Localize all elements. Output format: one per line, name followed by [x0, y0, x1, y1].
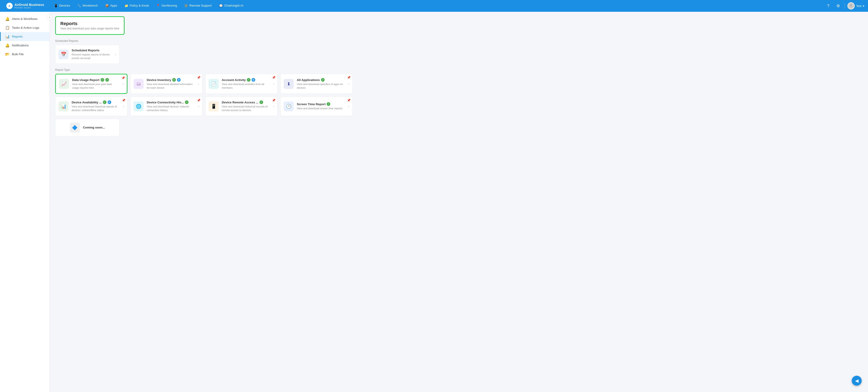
- main-content: Reports View and download your data usag…: [50, 12, 868, 392]
- chat-icon: 💬: [219, 4, 223, 7]
- device-remote-icon: 📱: [209, 101, 219, 111]
- coming-soon-icon: 🔷: [70, 123, 80, 132]
- user-name: Test: [856, 4, 862, 8]
- device-remote-pin-icon[interactable]: 📌: [272, 99, 276, 102]
- device-inventory-arrow: ›: [198, 82, 199, 86]
- account-activity-icon: 📄: [209, 79, 219, 89]
- device-inv-badge-green: ✓: [172, 78, 176, 82]
- page-subtitle: View and download your data usage report…: [60, 27, 119, 30]
- user-menu-button[interactable]: T Test ▾: [847, 2, 864, 9]
- nav-policy[interactable]: 📁 Policy & Kiosk: [121, 0, 153, 12]
- device-inventory-card[interactable]: 📌 🗂 Device Inventory ✓ B View and downlo…: [130, 74, 203, 94]
- screen-time-pin-icon[interactable]: 📌: [347, 99, 350, 102]
- screen-time-desc: View and download screen time reports: [297, 107, 344, 110]
- scheduled-card-title: Scheduled Reports: [72, 49, 111, 52]
- alerts-icon: 🔔: [5, 17, 10, 21]
- device-inventory-desc: View and download detailed information f…: [147, 82, 194, 90]
- account-activity-pin-icon[interactable]: 📌: [272, 76, 276, 79]
- device-avail-arrow: ›: [123, 104, 124, 108]
- tasks-icon: 📋: [5, 26, 10, 30]
- notifications-icon: 🔔: [5, 43, 10, 48]
- data-usage-icon: 📈: [59, 79, 69, 89]
- dev-avail-badge-blue: B: [107, 100, 111, 104]
- sidebar-item-tasks[interactable]: 📋 Tasks & Action Logs: [0, 23, 50, 32]
- account-activity-card[interactable]: 📌 📄 Account Activity ✓ B View and downlo…: [205, 74, 278, 94]
- device-avail-pin-icon[interactable]: 📌: [122, 99, 125, 102]
- devices-icon: 📱: [54, 4, 58, 7]
- device-inventory-icon: 🗂: [133, 79, 144, 89]
- badge-green-2: ✓: [105, 78, 109, 82]
- scheduled-section-label: Scheduled Reports: [55, 39, 863, 42]
- nav-apps[interactable]: 📦 Apps: [101, 0, 121, 12]
- dev-avail-badge-green: ✓: [103, 100, 106, 104]
- scheduled-icon: 📅: [59, 49, 68, 59]
- report-type-row-3: 🔷 Coming soon...: [55, 119, 863, 137]
- all-applications-card[interactable]: 📌 ⬇ All Applications ✓ View and download…: [280, 74, 352, 94]
- nav-divider: [844, 3, 845, 9]
- nav-workbench[interactable]: 🔧 Workbench: [74, 0, 101, 12]
- device-conn-icon: 🌐: [133, 101, 144, 111]
- geofencing-icon: 📍: [156, 4, 160, 7]
- device-remote-desc: View and download historical records of …: [222, 105, 269, 112]
- scheduled-cards-row: 📅 Scheduled Reports Receive regular repo…: [55, 45, 863, 64]
- sidebar-item-alerts[interactable]: 🔔 Alerts & Workflows: [0, 14, 50, 23]
- report-type-row-1: 📌 📈 Data Usage Report ✓ ✓ View and downl…: [55, 74, 863, 94]
- nav-right: ? ⚙ T Test ▾: [825, 2, 864, 9]
- sidebar: « 🔔 Alerts & Workflows 📋 Tasks & Action …: [0, 12, 50, 392]
- help-button[interactable]: ?: [825, 2, 832, 9]
- nav-devices[interactable]: 📱 Devices: [51, 0, 74, 12]
- scheduled-card-arrow: ›: [115, 53, 116, 56]
- all-apps-badge-green: ✓: [321, 78, 324, 82]
- workbench-icon: 🔧: [77, 4, 81, 7]
- device-conn-desc: View and download devices' network conne…: [147, 105, 194, 112]
- data-usage-title: Data Usage Report ✓ ✓: [72, 78, 119, 82]
- device-avail-title: Device Availability ... ✓ B: [72, 100, 119, 104]
- data-usage-pin-icon[interactable]: 📌: [121, 76, 125, 80]
- data-usage-arrow: ›: [123, 82, 124, 86]
- logo[interactable]: AirDroid Business Remote Studio: [4, 2, 47, 10]
- account-activity-desc: View and download activities from all me…: [222, 82, 269, 90]
- sidebar-collapse-button[interactable]: «: [47, 14, 52, 20]
- fab-button[interactable]: ◀: [852, 376, 862, 386]
- report-type-label: Report Type: [55, 68, 863, 71]
- settings-button[interactable]: ⚙: [835, 2, 842, 9]
- account-activity-arrow: ›: [273, 82, 274, 86]
- device-inventory-title: Device Inventory ✓ B: [147, 78, 194, 82]
- device-conn-pin-icon[interactable]: 📌: [197, 99, 200, 102]
- logo-icon: [6, 3, 13, 9]
- apps-icon: 📦: [105, 4, 109, 7]
- all-apps-desc: View and download specifics of apps on d…: [297, 82, 344, 90]
- sidebar-item-reports[interactable]: 📊 Reports: [0, 32, 50, 41]
- all-apps-arrow: ›: [348, 82, 349, 86]
- device-availability-card[interactable]: 📌 📊 Device Availability ... ✓ B View and…: [55, 97, 127, 116]
- nav-remote[interactable]: 🔆 Remote Support: [181, 0, 215, 12]
- acct-badge-blue: B: [252, 78, 255, 82]
- nav-chat[interactable]: 💬 ChatInsight.AI: [215, 0, 247, 12]
- scheduled-reports-card[interactable]: 📅 Scheduled Reports Receive regular repo…: [55, 45, 120, 64]
- fab-icon: ◀: [855, 378, 859, 383]
- all-apps-pin-icon[interactable]: 📌: [347, 76, 350, 79]
- screen-time-arrow: ›: [348, 104, 349, 108]
- device-inv-badge-blue: B: [177, 78, 181, 82]
- remote-icon: 🔆: [184, 4, 188, 7]
- page-header-card: Reports View and download your data usag…: [55, 16, 125, 35]
- device-inventory-pin-icon[interactable]: 📌: [197, 76, 200, 79]
- layout: « 🔔 Alerts & Workflows 📋 Tasks & Action …: [0, 12, 868, 392]
- brand-name: AirDroid Business: [14, 3, 44, 7]
- nav-geofencing[interactable]: 📍 Geofencing: [153, 0, 181, 12]
- acct-badge-green: ✓: [247, 78, 250, 82]
- screen-time-badge-green: ✓: [327, 102, 330, 106]
- sidebar-item-bulkfile[interactable]: 📂 Bulk File: [0, 50, 50, 59]
- bulkfile-icon: 📂: [5, 52, 10, 56]
- device-connectivity-card[interactable]: 📌 🌐 Device Connectivity His... ✓ View an…: [130, 97, 203, 116]
- sidebar-item-notifications[interactable]: 🔔 Notifications: [0, 41, 50, 50]
- device-remote-card[interactable]: 📌 📱 Device Remote Access ... ✓ View and …: [205, 97, 278, 116]
- screen-time-icon: 🕐: [284, 101, 293, 111]
- report-type-row-2: 📌 📊 Device Availability ... ✓ B View and…: [55, 97, 863, 116]
- screen-time-card[interactable]: 📌 🕐 Screen Time Report ✓ View and downlo…: [280, 97, 352, 116]
- data-usage-card[interactable]: 📌 📈 Data Usage Report ✓ ✓ View and downl…: [55, 74, 127, 94]
- nav-items: 📱 Devices 🔧 Workbench 📦 Apps 📁 Policy & …: [51, 0, 247, 12]
- account-activity-title: Account Activity ✓ B: [222, 78, 269, 82]
- policy-icon: 📁: [125, 4, 128, 7]
- avatar: T: [847, 2, 855, 9]
